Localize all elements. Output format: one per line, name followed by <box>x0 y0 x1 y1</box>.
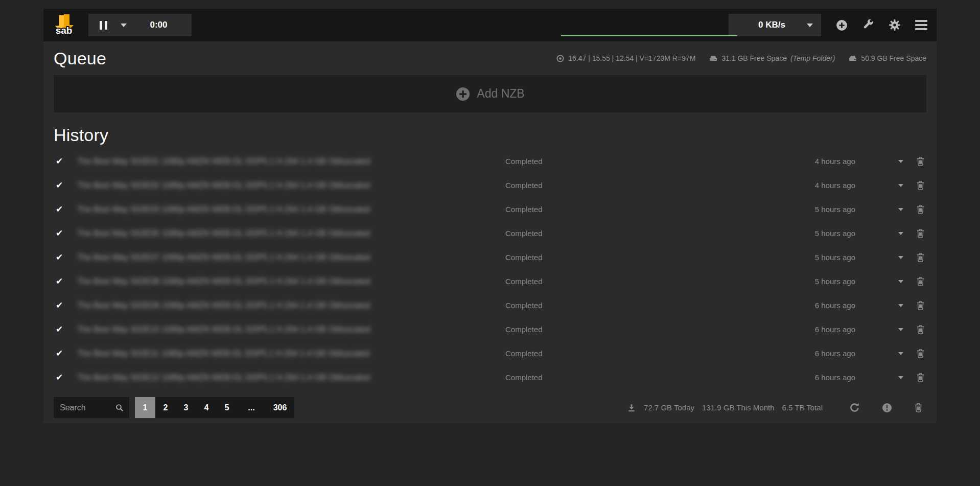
plus-circle-icon <box>455 86 471 102</box>
history-item-delete-button[interactable] <box>916 372 925 383</box>
history-item-status: Completed <box>505 301 761 310</box>
history-item-name: The Best Way S02E12 1080p AMZN WEB-DL DD… <box>77 373 505 382</box>
temp-folder-note: (Temp Folder) <box>790 54 835 62</box>
history-item-dropdown[interactable] <box>898 256 903 259</box>
trash-icon <box>916 324 925 335</box>
history-item-delete-button[interactable] <box>916 252 925 263</box>
add-nzb-label: Add NZB <box>477 87 524 101</box>
add-nzb-button[interactable] <box>835 19 848 32</box>
chevron-down-icon <box>898 304 903 307</box>
pause-button[interactable] <box>88 14 114 36</box>
history-item-dropdown[interactable] <box>898 376 903 379</box>
trash-icon <box>914 402 923 413</box>
check-icon: ✔ <box>54 324 65 335</box>
history-item-name: The Best Way S02E01 1080p AMZN WEB-DL DD… <box>77 157 505 166</box>
gear-icon <box>889 19 901 31</box>
chevron-down-icon <box>898 280 903 283</box>
history-row: ✔ The Best Way S02E03 1080p AMZN WEB-DL … <box>54 197 926 221</box>
history-row: ✔ The Best Way S02E12 1080p AMZN WEB-DL … <box>54 365 926 389</box>
history-item-delete-button[interactable] <box>916 228 925 239</box>
history-row: ✔ The Best Way S02E01 1080p AMZN WEB-DL … <box>54 149 926 173</box>
history-item-delete-button[interactable] <box>916 180 925 191</box>
chevron-down-icon <box>898 256 903 259</box>
sab-logo[interactable]: sab <box>52 13 76 37</box>
history-info-button[interactable] <box>881 402 893 413</box>
history-item-dropdown[interactable] <box>898 208 903 211</box>
history-item-delete-button[interactable] <box>916 300 925 311</box>
page-button[interactable]: ... <box>237 397 266 418</box>
history-item-delete-button[interactable] <box>916 348 925 359</box>
history-item-dropdown[interactable] <box>898 184 903 187</box>
history-item-name: The Best Way S02E10 1080p AMZN WEB-DL DD… <box>77 325 505 334</box>
history-item-dropdown[interactable] <box>898 304 903 307</box>
history-item-age: 5 hours ago <box>815 277 855 286</box>
hdd-icon <box>709 54 718 63</box>
page-button[interactable]: 3 <box>176 397 196 418</box>
main-menu-button[interactable] <box>915 20 927 30</box>
history-item-name: The Best Way S02E02 1080p AMZN WEB-DL DD… <box>77 181 505 190</box>
history-item-delete-button[interactable] <box>916 324 925 335</box>
history-search <box>54 397 129 418</box>
history-item-name: The Best Way S02E09 1080p AMZN WEB-DL DD… <box>77 301 505 310</box>
refresh-button[interactable] <box>849 402 860 413</box>
main-panel: Queue 16.47 | 15.55 | 12.54 | V=1723M R=… <box>43 41 937 423</box>
history-item-status: Completed <box>505 229 761 238</box>
wrench-icon <box>862 19 874 31</box>
trash-icon <box>916 228 925 239</box>
disk-free-space-stat: 50.9 GB Free Space <box>848 54 926 63</box>
search-icon[interactable] <box>115 403 124 412</box>
trash-icon <box>916 204 925 215</box>
check-icon: ✔ <box>54 180 65 191</box>
history-item-dropdown[interactable] <box>898 160 903 163</box>
chevron-down-icon <box>898 208 903 211</box>
chevron-down-icon <box>898 184 903 187</box>
speed-graph-baseline <box>561 35 737 36</box>
history-row: ✔ The Best Way S02E09 1080p AMZN WEB-DL … <box>54 293 926 317</box>
trash-icon <box>916 276 925 287</box>
check-icon: ✔ <box>54 348 65 359</box>
hdd-icon <box>848 54 857 63</box>
trash-icon <box>916 180 925 191</box>
menu-icon <box>915 20 927 30</box>
purge-history-button[interactable] <box>914 402 923 413</box>
page-button[interactable]: 1 <box>135 397 155 418</box>
history-item-status: Completed <box>505 349 761 358</box>
add-nzb-dropzone[interactable]: Add NZB <box>54 75 926 112</box>
trash-icon <box>916 348 925 359</box>
chevron-down-icon <box>898 232 903 235</box>
pause-options-dropdown[interactable] <box>114 14 133 36</box>
page-button[interactable]: 5 <box>217 397 237 418</box>
search-input[interactable] <box>60 403 115 412</box>
history-item-status: Completed <box>505 277 761 286</box>
history-item-delete-button[interactable] <box>916 204 925 215</box>
page-button[interactable]: 306 <box>266 397 294 418</box>
history-item-age: 5 hours ago <box>815 253 855 262</box>
history-item-age: 6 hours ago <box>815 373 855 382</box>
page-button[interactable]: 2 <box>155 397 176 418</box>
history-item-name: The Best Way S02E05 1080p AMZN WEB-DL DD… <box>77 229 505 238</box>
check-icon: ✔ <box>54 228 65 239</box>
trash-icon <box>916 252 925 263</box>
history-item-status: Completed <box>505 157 761 166</box>
history-item-delete-button[interactable] <box>916 156 925 167</box>
speed-dropdown[interactable]: 0 KB/s <box>729 14 821 36</box>
history-item-dropdown[interactable] <box>898 352 903 355</box>
settings-button[interactable] <box>889 19 901 31</box>
check-icon: ✔ <box>54 156 65 167</box>
history-item-name: The Best Way S02E07 1080p AMZN WEB-DL DD… <box>77 253 505 262</box>
history-item-delete-button[interactable] <box>916 276 925 287</box>
history-item-dropdown[interactable] <box>898 280 903 283</box>
history-item-dropdown[interactable] <box>898 328 903 331</box>
queue-header: Queue 16.47 | 15.55 | 12.54 | V=1723M R=… <box>54 41 926 75</box>
history-item-name: The Best Way S02E08 1080p AMZN WEB-DL DD… <box>77 277 505 286</box>
chevron-down-icon <box>898 160 903 163</box>
history-header: History <box>54 121 926 149</box>
speed-value: 0 KB/s <box>737 20 807 30</box>
history-item-dropdown[interactable] <box>898 232 903 235</box>
topbar: sab 0:00 0 KB/s <box>43 9 937 41</box>
page-button[interactable]: 4 <box>196 397 217 418</box>
speed-limits-stat: 16.47 | 15.55 | 12.54 | V=1723M R=97M <box>556 54 695 63</box>
trash-icon <box>916 156 925 167</box>
history-item-status: Completed <box>505 373 761 382</box>
status-button[interactable] <box>862 19 874 31</box>
